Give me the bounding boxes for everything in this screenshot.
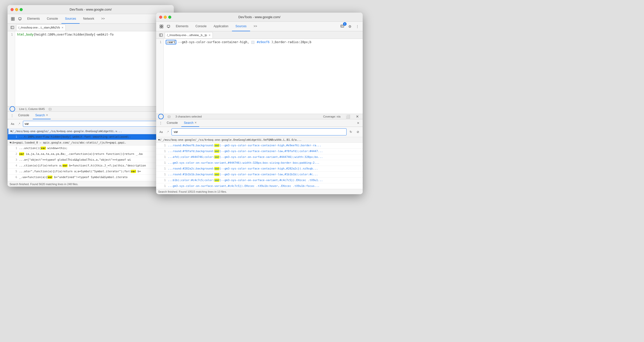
- left-result-group-2-header[interactable]: ▼ cb=gapi.loaded_0 — apis.google.com/_/s…: [8, 140, 174, 146]
- color-value: #e9eef6: [257, 40, 270, 44]
- right-result-6[interactable]: 1 ...round:#1b1b1b;background:var(--gm3-…: [156, 172, 363, 178]
- more-icon-right[interactable]: ⋮: [354, 23, 361, 30]
- left-search-footer-text: Search finished. Found 5620 matching lin…: [10, 183, 78, 186]
- left-result-2-4[interactable]: 4 ...ction(a){if(a)return a;var b=functi…: [8, 163, 174, 169]
- close-panel-btn[interactable]: ✕: [356, 121, 361, 126]
- left-search-panel: Aa .* ↻ ⊘ ▼ /_/mss/boq-one-google/_/ss/k…: [8, 119, 174, 187]
- left-result-2-6[interactable]: 6 _.ua=function(a){var b="undefined"!=ty…: [8, 175, 174, 180]
- gear-icon-right[interactable]: ⚙: [347, 23, 353, 30]
- left-r2-4-text: ...ction(a){if(a)return a;var b=function…: [19, 164, 146, 168]
- tab-console-right[interactable]: Console: [192, 22, 210, 31]
- tab-network-left[interactable]: Network: [80, 14, 98, 24]
- right-search-aa-toggle[interactable]: Aa: [158, 130, 164, 134]
- right-toolbar: Elements Console Application Sources >> …: [156, 22, 363, 31]
- right-search-regex-toggle[interactable]: .*: [165, 130, 170, 134]
- traffic-lights-right: [159, 16, 171, 19]
- minimize-button-right[interactable]: [164, 16, 167, 19]
- comment-icon-right[interactable]: 8: [339, 23, 346, 30]
- curly-braces-icon-right[interactable]: { }: [168, 115, 170, 118]
- maximize-button-right[interactable]: [168, 16, 171, 19]
- right-selected-text: 3 characters selected: [175, 115, 202, 118]
- search-tab-close-left[interactable]: ✕: [46, 113, 48, 117]
- left-circle-annotation: [10, 106, 15, 112]
- maximize-button-left[interactable]: [20, 8, 23, 11]
- inspect-icon[interactable]: [10, 16, 16, 22]
- left-r2-4-line: 4: [14, 164, 17, 168]
- left-file-tab-name: /_/mss/boq-one-...t,_stam,jMb2Vb: [18, 26, 60, 29]
- left-search-regex-toggle[interactable]: .*: [17, 122, 21, 126]
- tab-application-right[interactable]: Application: [210, 22, 232, 31]
- right-result-8[interactable]: 1 ...gm3-sys-color-on-surface-variant,#c…: [156, 183, 363, 189]
- tab-more-right[interactable]: >>: [250, 22, 261, 31]
- sidebar-toggle-left[interactable]: [10, 25, 15, 30]
- close-button-left[interactable]: [11, 8, 14, 11]
- right-search-refresh-btn[interactable]: ↻: [348, 129, 354, 135]
- right-result-group-1-header[interactable]: ▼ /_/mss/boq-one-google/_/ss/k=boq-one-g…: [156, 137, 363, 143]
- tab-console-left[interactable]: Console: [43, 14, 61, 24]
- right-search-footer: Search finished. Found 10515 matching li…: [156, 189, 363, 194]
- svg-rect-7: [11, 26, 14, 29]
- right-file-tab[interactable]: /_/mss/boq-one-...uthview,_b,_tp ✕: [165, 32, 213, 38]
- right-search-clear-btn[interactable]: ⊘: [355, 129, 361, 135]
- right-window-title: DevTools - www.google.com/: [239, 15, 281, 19]
- left-result-group-1-header[interactable]: ▼ /_/mss/boq-one-google/_/ss/k=boq-one-g…: [8, 129, 174, 134]
- tab-sources-right[interactable]: Sources: [232, 22, 250, 31]
- left-search-input[interactable]: [23, 121, 158, 127]
- right-r4-text: ...gm3-sys-color-on-surface-variant,#444…: [168, 161, 320, 165]
- right-result-2[interactable]: 1 ...round:#f8fafd;background:var(--gm3-…: [156, 149, 363, 154]
- tab-sources-left[interactable]: Sources: [61, 14, 80, 24]
- right-result-4[interactable]: 1 ...gm3-sys-color-on-surface-variant,#4…: [156, 160, 363, 166]
- svg-rect-0: [11, 17, 13, 19]
- left-r1-line: 1: [14, 135, 17, 139]
- right-result-7[interactable]: 1 ...b1b);color:#c4c7c5;color:var(--gm3-…: [156, 178, 363, 183]
- left-group1-arrow: ▼: [10, 130, 12, 133]
- left-file-tab-bar: /_/mss/boq-one-...t,_stam,jMb2Vb ✕: [8, 24, 174, 31]
- right-result-5[interactable]: 1 ...round:#282a2c;background:var(--gm3-…: [156, 166, 363, 172]
- right-result-3[interactable]: 1 ...afd);color:#444746;color:var(--gm3-…: [156, 154, 363, 160]
- coverage-expand-icon[interactable]: ⬜: [345, 113, 351, 120]
- svg-rect-3: [13, 19, 14, 20]
- minimize-button-left[interactable]: [15, 8, 18, 11]
- tab-elements-left[interactable]: Elements: [24, 14, 43, 24]
- svg-rect-10: [162, 25, 163, 26]
- tab-more-left[interactable]: >>: [98, 14, 108, 24]
- left-file-tab-close[interactable]: ✕: [61, 26, 63, 29]
- sidebar-toggle-right[interactable]: [158, 32, 164, 38]
- left-result-2-5[interactable]: 5 ...ator",function(a){if(a)return a;a=S…: [8, 169, 174, 175]
- left-code-content[interactable]: html,body{height:100%;overflow:hidden}bo…: [15, 31, 174, 106]
- right-search-input[interactable]: [172, 128, 347, 135]
- tab-elements-right[interactable]: Elements: [172, 22, 192, 31]
- left-search-footer: Search finished. Found 5620 matching lin…: [8, 181, 174, 187]
- left-result-1-1[interactable]: 1 ...t:100%;overflow:hidden}body{-webkit…: [8, 134, 174, 140]
- right-r5-line: 1: [162, 167, 166, 171]
- search-tab-close-right[interactable]: ✕: [194, 121, 197, 124]
- right-result-1[interactable]: 1 ...round:#e9eef6;background:var(--gm3-…: [156, 143, 363, 149]
- code-end: );border-radius:28px;b: [271, 40, 311, 44]
- tab-console-panel-right[interactable]: Console: [164, 119, 180, 127]
- left-search-aa-toggle[interactable]: Aa: [10, 122, 15, 126]
- right-r1-line: 1: [162, 144, 166, 148]
- close-button-right[interactable]: [159, 16, 162, 19]
- left-panel-dots[interactable]: ⋮: [10, 113, 15, 118]
- tab-search-panel-left[interactable]: Search ✕: [33, 112, 51, 119]
- right-bottom-panel: ⋮ Console Search ✕ ✕ Aa .* ↻ ⊘ ▼ /_: [156, 119, 363, 194]
- right-devtools-window: DevTools - www.google.com/ Elements Cons…: [156, 13, 363, 194]
- right-r3-line: 1: [162, 155, 166, 159]
- panel-close-icon[interactable]: ✕: [354, 113, 361, 120]
- svg-rect-9: [160, 25, 161, 26]
- right-code-content[interactable]: :var( --gm3-sys-color-surface-container-…: [164, 39, 363, 114]
- left-result-2-2[interactable]: 2 var ia,ja,la,sa,ta,xa,ya,Ba;_.ca=funct…: [8, 151, 174, 157]
- left-file-tab[interactable]: /_/mss/boq-one-...t,_stam,jMb2Vb ✕: [16, 24, 66, 31]
- tab-console-panel-left[interactable]: Console: [16, 112, 32, 119]
- device-icon-right[interactable]: [165, 23, 172, 30]
- right-panel-dots[interactable]: ⋮: [158, 121, 163, 126]
- left-result-2-1[interactable]: 1 ...unction(){var window=this;: [8, 146, 174, 151]
- svg-rect-4: [19, 18, 21, 20]
- right-file-tab-close[interactable]: ✕: [209, 34, 211, 37]
- left-code-area: 1 html,body{height:100%;overflow:hidden}…: [8, 31, 174, 106]
- device-icon[interactable]: [17, 16, 23, 22]
- left-result-2-3[interactable]: 3 ...a=["object"==typeof globalThis&&glo…: [8, 157, 174, 163]
- tab-search-panel-right[interactable]: Search ✕: [181, 119, 199, 127]
- inspect-icon-right[interactable]: [158, 23, 165, 30]
- curly-braces-icon-left[interactable]: { }: [49, 107, 51, 110]
